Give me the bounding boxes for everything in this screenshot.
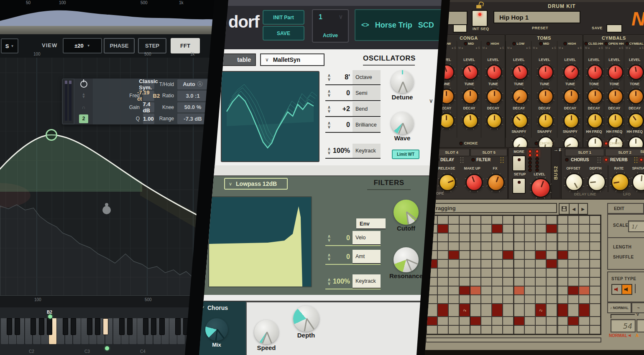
seq-cell[interactable] <box>547 233 557 241</box>
kit-preset-display[interactable]: Hip Hop 1 <box>493 11 580 23</box>
seq-cell[interactable] <box>449 233 459 241</box>
seq-cell[interactable] <box>481 326 491 334</box>
band-shape-title[interactable]: Classic Sym. <box>143 79 154 90</box>
seq-cell[interactable] <box>503 225 513 233</box>
piano-black-key[interactable] <box>71 318 76 335</box>
phase-button[interactable]: PHASE <box>104 38 135 53</box>
part-selector[interactable]: 1 ∨ Active <box>312 9 349 43</box>
seq-cell[interactable] <box>525 216 535 224</box>
step-grid[interactable]: ♪ₓ♪₂ <box>426 215 601 335</box>
seq-cell[interactable] <box>590 225 600 233</box>
seq-cell[interactable] <box>536 225 546 233</box>
seq-cell[interactable] <box>525 304 535 316</box>
seq-cell[interactable] <box>557 287 567 294</box>
seq-cell[interactable] <box>514 260 524 268</box>
seq-cell[interactable] <box>492 216 502 224</box>
piano-black-key[interactable] <box>47 318 52 335</box>
seq-cell[interactable] <box>590 260 600 268</box>
piano-black-key[interactable] <box>119 318 125 335</box>
depth-knob[interactable] <box>293 306 319 332</box>
spatial-knob[interactable] <box>632 173 644 191</box>
seq-cell[interactable] <box>460 242 470 250</box>
stepper-chevrons[interactable]: ∧∨ <box>325 274 333 289</box>
seq-cell[interactable] <box>557 304 567 316</box>
seq-cell[interactable] <box>568 295 578 303</box>
preset-browse-arrows[interactable]: <> <box>361 21 369 29</box>
seq-cell[interactable] <box>503 304 513 316</box>
seq-cell[interactable] <box>579 304 589 316</box>
ratio-value[interactable]: 3.0 :1 <box>177 91 209 101</box>
seq-cell[interactable] <box>547 269 557 276</box>
seq-cell[interactable] <box>492 242 502 250</box>
seq-cell[interactable] <box>514 295 524 303</box>
seq-cell[interactable] <box>470 225 480 233</box>
int-seq-button[interactable] <box>472 10 488 27</box>
seq-cell[interactable] <box>470 260 480 268</box>
step-type-accent-button[interactable] <box>621 284 632 295</box>
seq-cell[interactable] <box>568 287 578 294</box>
seq-cell[interactable] <box>460 216 470 224</box>
seq-cell[interactable] <box>503 295 513 303</box>
seq-cell[interactable] <box>525 260 535 268</box>
band-power-icon[interactable] <box>74 79 93 90</box>
piano-black-key[interactable] <box>31 318 36 335</box>
makeup-knob[interactable] <box>465 174 483 191</box>
band-listen-icon[interactable]: ∩ <box>74 101 93 113</box>
seq-cell[interactable] <box>514 269 524 276</box>
seq-cell[interactable] <box>579 295 589 303</box>
seq-cell[interactable] <box>568 278 578 286</box>
delay-slot-label[interactable]: DELAY <box>440 157 454 162</box>
seq-cell[interactable] <box>514 326 524 334</box>
level-knob[interactable] <box>463 64 478 80</box>
seq-cell[interactable] <box>492 295 502 303</box>
seq-cell[interactable] <box>525 278 535 286</box>
seq-cell[interactable] <box>525 317 535 325</box>
seq-cell[interactable] <box>438 295 448 303</box>
seq-cell[interactable] <box>590 251 600 259</box>
param-value[interactable]: 0 <box>333 89 353 97</box>
level-knob[interactable] <box>512 64 528 80</box>
tone-knob[interactable] <box>628 89 644 104</box>
seq-cell[interactable] <box>590 304 600 316</box>
drag-dots-icon[interactable] <box>597 157 601 163</box>
drag-dots-icon[interactable] <box>634 157 638 163</box>
seq-cell[interactable] <box>481 269 491 276</box>
piano-black-key[interactable] <box>143 318 148 335</box>
seq-cell[interactable] <box>547 225 557 233</box>
seq-cell[interactable] <box>568 251 578 259</box>
wavetable-dropdown[interactable]: ∨ MalletSyn <box>260 53 325 66</box>
seq-cell[interactable] <box>492 269 502 276</box>
seq-cell[interactable] <box>557 326 567 334</box>
param-value[interactable]: 0 <box>333 121 353 129</box>
seq-cell[interactable] <box>460 295 470 303</box>
piano-black-key[interactable] <box>175 318 181 335</box>
seq-cell[interactable] <box>438 225 448 233</box>
seq-cell[interactable] <box>460 317 470 325</box>
seq-cell[interactable] <box>460 251 470 259</box>
range-value[interactable]: -7.3 dB <box>177 114 209 124</box>
seq-cell[interactable] <box>579 260 589 268</box>
tone-knob[interactable] <box>608 89 624 104</box>
level-knob[interactable] <box>608 64 624 80</box>
seq-cell[interactable] <box>492 233 502 241</box>
stepper-chevrons[interactable]: ∧∨ <box>325 70 333 84</box>
seq-cell[interactable] <box>579 278 589 286</box>
seq-cell[interactable] <box>438 287 448 294</box>
choke-row[interactable]: CHOKE <box>583 141 644 145</box>
seq-cell[interactable] <box>449 216 459 224</box>
seq-cell[interactable]: ♪ₓ <box>460 304 470 316</box>
seq-cell[interactable] <box>568 216 578 224</box>
mix-knob[interactable] <box>205 318 228 341</box>
scale-value-display[interactable]: 1/ <box>628 221 644 232</box>
seq-cell[interactable] <box>503 326 513 334</box>
mute-solo-row[interactable]: M ●● S <box>481 46 505 51</box>
tone-knob[interactable] <box>587 89 603 104</box>
param-value[interactable]: 100% <box>333 278 353 285</box>
accent-mode-label-partial[interactable]: A <box>636 333 639 338</box>
zoom-band[interactable] <box>0 26 235 34</box>
choke-row[interactable]: CHOKE <box>433 141 505 145</box>
seq-cell[interactable] <box>579 269 589 276</box>
seq-cell[interactable] <box>514 216 524 224</box>
seq-cell[interactable] <box>514 251 524 259</box>
piano-black-key[interactable] <box>103 318 108 335</box>
